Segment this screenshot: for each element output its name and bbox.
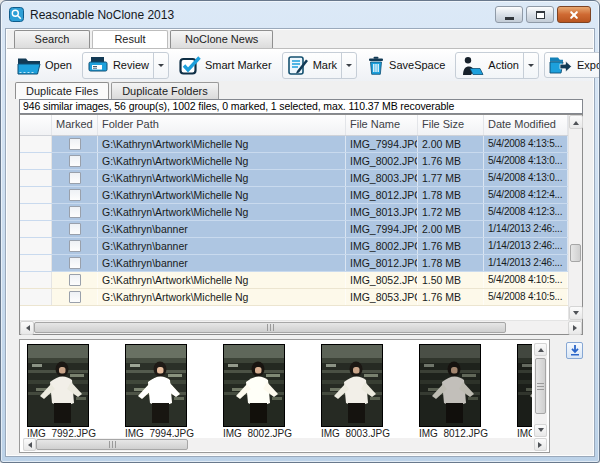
- thumbnail-horizontal-scrollbar[interactable]: [23, 438, 547, 451]
- table-row[interactable]: G:\Kathryn\banner IMG_8002.JPG 1.76 MB 1…: [20, 238, 568, 255]
- vertical-scroll-thumb[interactable]: [570, 244, 581, 262]
- action-button[interactable]: Action: [456, 53, 523, 78]
- table-row[interactable]: G:\Kathryn\Artwork\Michelle Ng IMG_7994.…: [20, 136, 568, 153]
- folder-path-cell: G:\Kathryn\Artwork\Michelle Ng: [98, 153, 346, 169]
- tab-result[interactable]: Result: [92, 30, 168, 48]
- scroll-left-arrow[interactable]: [23, 438, 36, 451]
- scroll-right-arrow[interactable]: [568, 321, 582, 335]
- export-button[interactable]: Export: [545, 53, 600, 77]
- file-name-cell: IMG_8013.JPG: [346, 204, 418, 220]
- review-dropdown[interactable]: [153, 53, 168, 78]
- thumbnail-vertical-scrollbar[interactable]: [534, 343, 547, 437]
- scroll-right-arrow[interactable]: [534, 438, 547, 451]
- mark-pen-icon: [287, 56, 309, 75]
- main-tab-bar: Search Result NoClone News: [14, 30, 273, 48]
- app-icon: [9, 7, 24, 22]
- minimize-button[interactable]: [495, 6, 523, 23]
- mark-dropdown[interactable]: [341, 53, 356, 78]
- thumbnail-panel: IMG_7992.JPG IMG_7994.JPG IMG_8002.JPG I…: [19, 339, 550, 453]
- thumbnail-image: [321, 344, 383, 427]
- column-header-file-size[interactable]: File Size: [418, 115, 484, 135]
- thumbnail-item[interactable]: IMG_8012.JPG: [419, 344, 483, 438]
- marked-checkbox[interactable]: [69, 291, 81, 303]
- scroll-up-arrow[interactable]: [569, 115, 583, 129]
- date-modified-cell: 5/4/2008 4:12:4...: [484, 187, 568, 203]
- scroll-left-arrow[interactable]: [20, 321, 34, 335]
- folder-path-cell: G:\Kathryn\Artwork\Michelle Ng: [98, 136, 346, 152]
- marked-checkbox[interactable]: [69, 189, 81, 201]
- savespace-button[interactable]: SaveSpace: [362, 52, 450, 79]
- tab-noclone-news[interactable]: NoClone News: [170, 30, 273, 48]
- marked-checkbox[interactable]: [69, 206, 81, 218]
- scroll-up-arrow[interactable]: [534, 343, 547, 356]
- horizontal-scroll-thumb[interactable]: [36, 439, 188, 450]
- thumbnail-label: IMG_8003.JPG: [321, 428, 385, 438]
- thumbnail-strip: IMG_7992.JPG IMG_7994.JPG IMG_8002.JPG I…: [27, 344, 532, 438]
- app-window: Reasonable NoClone 2013 Search Result No…: [0, 0, 600, 463]
- close-icon: [569, 10, 579, 20]
- smart-marker-label: Smart Marker: [205, 59, 272, 71]
- thumbnail-item[interactable]: IMG_7994.JPG: [125, 344, 189, 438]
- table-row[interactable]: G:\Kathryn\Artwork\Michelle Ng IMG_8012.…: [20, 187, 568, 204]
- close-button[interactable]: [557, 6, 591, 23]
- scroll-down-arrow[interactable]: [534, 424, 547, 437]
- marked-checkbox[interactable]: [69, 155, 81, 167]
- file-name-cell: IMG_8003.JPG: [346, 170, 418, 186]
- file-name-cell: IMG_7994.JPG: [346, 136, 418, 152]
- date-modified-cell: 1/14/2013 2:46:...: [484, 238, 568, 254]
- subtab-duplicate-folders[interactable]: Duplicate Folders: [111, 82, 219, 99]
- thumbnail-label: IMG_7994.JPG: [125, 428, 189, 438]
- table-header: Marked Folder Path File Name File Size D…: [20, 115, 568, 136]
- table-horizontal-scrollbar[interactable]: [20, 320, 582, 334]
- scroll-down-arrow[interactable]: [569, 306, 583, 320]
- column-header-marked[interactable]: Marked: [52, 115, 98, 135]
- mark-button[interactable]: Mark: [283, 53, 341, 78]
- date-modified-cell: 1/14/2013 2:46:...: [484, 221, 568, 237]
- table-row[interactable]: G:\Kathryn\Artwork\Michelle Ng IMG_8013.…: [20, 204, 568, 221]
- marked-checkbox[interactable]: [69, 274, 81, 286]
- table-row[interactable]: G:\Kathryn\banner IMG_8012.JPG 1.78 MB 1…: [20, 255, 568, 272]
- table-row[interactable]: G:\Kathryn\Artwork\Michelle Ng IMG_8002.…: [20, 153, 568, 170]
- folder-path-cell: G:\Kathryn\Artwork\Michelle Ng: [98, 204, 346, 220]
- horizontal-scroll-thumb[interactable]: [34, 322, 506, 333]
- folder-path-cell: G:\Kathryn\Artwork\Michelle Ng: [98, 289, 346, 305]
- open-button[interactable]: Open: [12, 52, 77, 79]
- column-header-gutter: [20, 115, 52, 135]
- marked-checkbox[interactable]: [69, 138, 81, 150]
- review-button[interactable]: Review: [83, 53, 153, 78]
- table-row[interactable]: G:\Kathryn\Artwork\Michelle Ng IMG_8053.…: [20, 289, 568, 306]
- table-row[interactable]: G:\Kathryn\Artwork\Michelle Ng IMG_8052.…: [20, 272, 568, 289]
- tab-search[interactable]: Search: [14, 30, 90, 48]
- table-row[interactable]: G:\Kathryn\Artwork\Michelle Ng IMG_8003.…: [20, 170, 568, 187]
- thumbnail-item[interactable]: IMG_8003.JPG: [321, 344, 385, 438]
- thumbnail-label: IMG_8002.JPG: [223, 428, 287, 438]
- thumbnail-image: [223, 344, 285, 427]
- chevron-down-icon: [158, 64, 164, 70]
- marked-checkbox[interactable]: [69, 223, 81, 235]
- open-label: Open: [45, 59, 72, 71]
- open-folder-icon: [17, 56, 41, 75]
- table-row[interactable]: G:\Kathryn\banner IMG_7994.JPG 2.00 MB 1…: [20, 221, 568, 238]
- smart-marker-check-icon: [179, 56, 201, 75]
- marked-checkbox[interactable]: [69, 240, 81, 252]
- marked-checkbox[interactable]: [69, 257, 81, 269]
- export-folder-icon: [549, 56, 573, 74]
- vertical-scroll-thumb[interactable]: [535, 358, 546, 414]
- thumbnail-item[interactable]: IMG_7992.JPG: [27, 344, 91, 438]
- action-dropdown[interactable]: [523, 53, 538, 78]
- marked-checkbox[interactable]: [69, 172, 81, 184]
- subtab-duplicate-files[interactable]: Duplicate Files: [15, 82, 109, 99]
- table-vertical-scrollbar[interactable]: [568, 115, 582, 320]
- thumbnail-item[interactable]: IMG_8002.JPG: [223, 344, 287, 438]
- column-header-folder-path[interactable]: Folder Path: [98, 115, 346, 135]
- column-header-date-modified[interactable]: Date Modified: [484, 115, 568, 135]
- maximize-button[interactable]: [526, 6, 554, 23]
- file-name-cell: IMG_8012.JPG: [346, 255, 418, 271]
- thumbnail-export-button[interactable]: [566, 342, 583, 359]
- column-header-file-name[interactable]: File Name: [346, 115, 418, 135]
- thumbnail-item[interactable]: IMG: [517, 344, 532, 438]
- window-title: Reasonable NoClone 2013: [30, 8, 174, 22]
- smart-marker-button[interactable]: Smart Marker: [174, 52, 277, 79]
- action-person-icon: [460, 56, 484, 75]
- arrow-down-icon: [569, 342, 581, 360]
